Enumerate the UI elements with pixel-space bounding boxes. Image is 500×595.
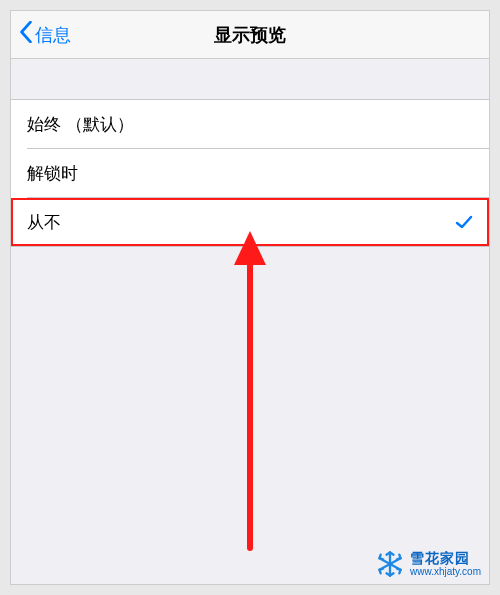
watermark-title: 雪花家园 (410, 551, 481, 566)
options-list: 始终 （默认） 解锁时 从不 (11, 99, 489, 247)
option-label: 从不 (27, 211, 455, 234)
checkmark-icon (455, 213, 473, 231)
option-label: 解锁时 (27, 162, 473, 185)
snowflake-icon (376, 550, 404, 578)
page-title: 显示预览 (11, 23, 489, 47)
option-label: 始终 （默认） (27, 113, 473, 136)
watermark-url: www.xhjaty.com (410, 566, 481, 577)
chevron-left-icon (19, 21, 35, 48)
section-spacer (11, 59, 489, 99)
app-frame: 信息 显示预览 始终 （默认） 解锁时 从不 (10, 10, 490, 585)
svg-line-2 (380, 558, 401, 570)
back-label: 信息 (35, 23, 71, 47)
watermark: 雪花家园 www.xhjaty.com (376, 550, 481, 578)
option-always[interactable]: 始终 （默认） (11, 100, 489, 148)
option-never[interactable]: 从不 (11, 198, 489, 246)
back-button[interactable]: 信息 (11, 21, 71, 48)
arrow-shaft (247, 261, 253, 551)
option-when-unlocked[interactable]: 解锁时 (11, 149, 489, 197)
svg-line-1 (380, 558, 401, 570)
annotation-arrow (247, 231, 253, 551)
navbar: 信息 显示预览 (11, 11, 489, 59)
